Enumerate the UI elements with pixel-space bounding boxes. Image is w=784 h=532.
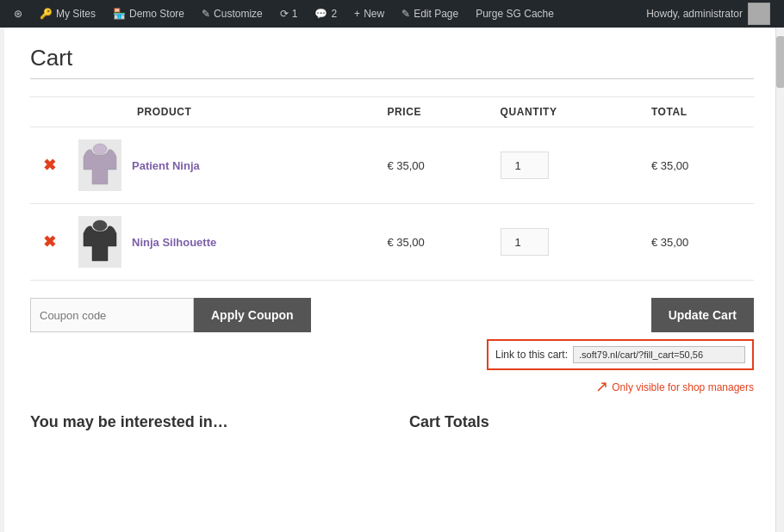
key-icon: 🔑 [40, 8, 53, 20]
edit-page-menu[interactable]: ✎ Edit Page [395, 0, 465, 28]
page-content: Cart PRODUCT PRICE QUANTITY TOTAL ✖ [4, 28, 780, 532]
th-product: PRODUCT [68, 97, 376, 127]
howdy-section: Howdy, administrator [646, 3, 777, 25]
pencil-icon: ✎ [401, 8, 410, 20]
purge-cache-menu[interactable]: Purge SG Cache [469, 0, 561, 28]
quantity-input-2[interactable] [501, 228, 549, 256]
th-total: TOTAL [641, 97, 754, 127]
svg-point-3 [93, 220, 107, 231]
table-header-row: PRODUCT PRICE QUANTITY TOTAL [30, 97, 754, 127]
th-quantity: QUANTITY [490, 97, 641, 127]
comments-icon: 💬 [314, 8, 327, 20]
apply-coupon-button[interactable]: Apply Coupon [194, 298, 311, 332]
svg-point-1 [93, 144, 107, 154]
product-cell-2: Ninja Silhouette [68, 204, 376, 281]
scrollbar-thumb[interactable] [776, 36, 784, 88]
update-cart-section: Update Cart Link to this cart: ↗ Only vi… [487, 298, 754, 396]
demo-store-menu[interactable]: 🏪 Demo Store [106, 0, 191, 28]
interested-heading: You may be interested in… [30, 413, 375, 431]
product-thumb-2 [78, 216, 121, 268]
bottom-sections: You may be interested in… Cart Totals [30, 413, 754, 440]
updates-menu[interactable]: ⟳ 1 [273, 0, 305, 28]
product-thumb-1 [78, 139, 121, 191]
product-name-1[interactable]: Patient Ninja [132, 159, 200, 172]
cart-actions: Apply Coupon Update Cart Link to this ca… [30, 298, 754, 396]
remove-item-1-button[interactable]: ✖ [40, 157, 58, 174]
scrollbar[interactable] [775, 28, 784, 532]
new-content-menu[interactable]: + New [347, 0, 391, 28]
cart-totals-section: Cart Totals [409, 413, 754, 440]
page-title: Cart [30, 45, 754, 71]
quantity-cell-1 [490, 127, 641, 204]
my-sites-menu[interactable]: 🔑 My Sites [33, 0, 103, 28]
wp-icon: ⊛ [14, 8, 22, 20]
total-cell-1: € 35,00 [641, 127, 754, 204]
cart-table: PRODUCT PRICE QUANTITY TOTAL ✖ [30, 96, 754, 281]
price-cell-2: € 35,00 [376, 204, 489, 281]
comments-menu[interactable]: 💬 2 [308, 0, 344, 28]
table-row: ✖ Ninja Silhouette [30, 204, 754, 281]
updates-icon: ⟳ [280, 8, 289, 20]
customize-label: Customize [214, 8, 263, 20]
purge-cache-label: Purge SG Cache [476, 8, 554, 20]
demo-store-label: Demo Store [129, 8, 184, 20]
update-cart-button[interactable]: Update Cart [651, 298, 754, 332]
customize-icon: ✎ [202, 8, 210, 20]
product-cell-1: Patient Ninja [68, 127, 376, 204]
arrow-icon: ↗ [595, 377, 608, 396]
manager-note: Only visible for shop managers [612, 381, 754, 393]
product-image-1 [78, 139, 121, 191]
store-icon: 🏪 [113, 8, 126, 20]
cart-link-box: Link to this cart: [487, 339, 754, 370]
remove-item-2-button[interactable]: ✖ [40, 233, 58, 251]
th-remove [30, 97, 68, 127]
table-row: ✖ Patient Ninja [30, 127, 754, 204]
coupon-input[interactable] [30, 298, 194, 332]
product-image-2 [78, 216, 121, 268]
avatar[interactable] [748, 3, 770, 25]
coupon-section: Apply Coupon [30, 298, 311, 332]
wp-logo[interactable]: ⊛ [7, 0, 29, 28]
howdy-text: Howdy, administrator [646, 8, 743, 20]
customize-menu[interactable]: ✎ Customize [195, 0, 270, 28]
cart-link-label: Link to this cart: [495, 349, 568, 361]
interested-section: You may be interested in… [30, 413, 375, 440]
quantity-cell-2 [490, 204, 641, 281]
admin-bar: ⊛ 🔑 My Sites 🏪 Demo Store ✎ Customize ⟳ … [0, 0, 784, 28]
updates-count: 1 [292, 8, 298, 20]
cart-totals-heading: Cart Totals [409, 413, 754, 431]
remove-cell-1: ✖ [30, 127, 68, 204]
edit-page-label: Edit Page [414, 8, 458, 20]
quantity-input-1[interactable] [501, 152, 549, 179]
new-label: New [364, 8, 384, 20]
product-name-2[interactable]: Ninja Silhouette [132, 236, 216, 249]
price-cell-1: € 35,00 [376, 127, 489, 204]
th-price: PRICE [376, 97, 489, 127]
cart-link-input[interactable] [573, 346, 745, 363]
total-cell-2: € 35,00 [641, 204, 754, 281]
plus-icon: + [354, 8, 360, 20]
comments-count: 2 [331, 8, 337, 20]
my-sites-label: My Sites [56, 8, 96, 20]
title-divider [30, 78, 754, 79]
remove-cell-2: ✖ [30, 204, 68, 281]
